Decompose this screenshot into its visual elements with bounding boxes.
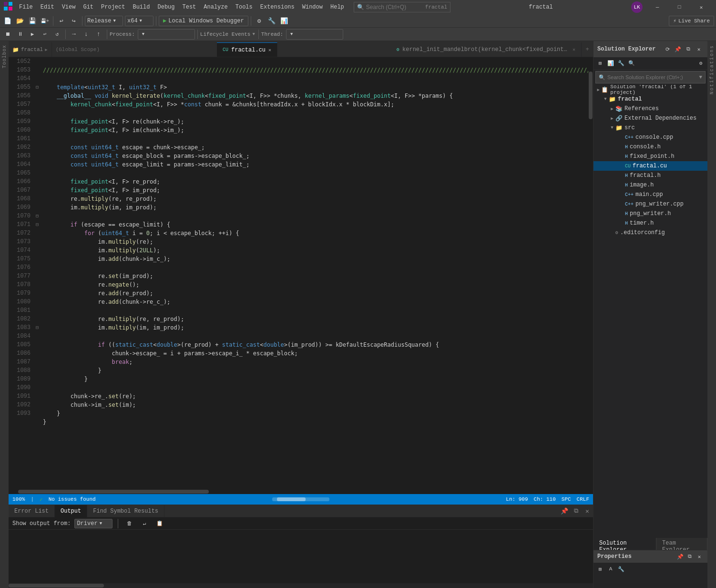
prop-grid-icon[interactable]: ⊞ bbox=[595, 564, 605, 574]
tb-icon1[interactable]: ⚙ bbox=[254, 16, 265, 26]
tree-console-h[interactable]: H console.h bbox=[593, 142, 707, 152]
code-editor[interactable]: ////////////////////////////////////////… bbox=[41, 57, 588, 489]
menu-extensions[interactable]: Extensions bbox=[256, 2, 298, 12]
se-tb-icon3[interactable]: 🔧 bbox=[616, 59, 626, 68]
se-close-button[interactable]: ✕ bbox=[694, 44, 704, 54]
menu-view[interactable]: View bbox=[58, 2, 80, 12]
new-tab-button[interactable]: + bbox=[582, 42, 593, 57]
prop-float-button[interactable]: ⧉ bbox=[685, 552, 694, 561]
tree-main-cpp[interactable]: C++ main.cpp bbox=[593, 190, 707, 199]
thread-dropdown[interactable]: ▼ bbox=[286, 29, 343, 40]
menu-edit[interactable]: Edit bbox=[37, 2, 58, 12]
tb-icon3[interactable]: 📊 bbox=[278, 16, 290, 26]
menu-git[interactable]: Git bbox=[79, 2, 97, 12]
se-sync-button[interactable]: ⟳ bbox=[663, 44, 672, 54]
tab-close-icon[interactable]: ✕ bbox=[268, 47, 271, 53]
tree-src-folder[interactable]: ▼ 📁 src bbox=[593, 123, 707, 133]
platform-dropdown[interactable]: x64 ▼ bbox=[125, 16, 153, 26]
tb-icon2[interactable]: 🔧 bbox=[266, 16, 277, 26]
output-source-dropdown[interactable]: Driver ▼ bbox=[74, 519, 113, 528]
debug-icon1[interactable]: ⏹ bbox=[2, 29, 13, 40]
no-issues-text[interactable]: No issues found bbox=[49, 496, 96, 502]
horizontal-scrollbar[interactable] bbox=[9, 489, 593, 494]
menu-project[interactable]: Project bbox=[97, 2, 129, 12]
tab-kernel[interactable]: ⚙ kernel_init_mandelbrot(kernel_chunk<fi… bbox=[391, 42, 582, 57]
tree-png-writer-h[interactable]: H png_writer.h bbox=[593, 209, 707, 218]
se-pin-button[interactable]: 📌 bbox=[673, 44, 683, 54]
minimize-button[interactable]: — bbox=[646, 0, 668, 14]
tree-fractal-h[interactable]: H fractal.h bbox=[593, 171, 707, 180]
vertical-scrollbar[interactable] bbox=[588, 57, 593, 489]
menu-analyze[interactable]: Analyze bbox=[200, 2, 231, 12]
tree-references[interactable]: ▶ 📚 References bbox=[593, 104, 707, 113]
tree-external-deps[interactable]: ▶ 🔗 External Dependencies bbox=[593, 113, 707, 123]
se-tb-icon5[interactable]: ⚙ bbox=[696, 59, 706, 68]
tab-solution-explorer[interactable]: Solution Explorer bbox=[593, 538, 656, 550]
fold-1084[interactable]: ⊟ bbox=[33, 323, 41, 332]
menu-tools[interactable]: Tools bbox=[232, 2, 256, 12]
tree-console-cpp[interactable]: C++ console.cpp bbox=[593, 133, 707, 142]
se-tb-icon4[interactable]: 🔍 bbox=[627, 59, 636, 68]
tree-fractal-cu[interactable]: CU fractal.cu bbox=[593, 161, 707, 171]
start-debug-button[interactable]: ▶ Local Windows Debugger bbox=[159, 16, 248, 26]
tree-solution[interactable]: ▶ 📋 Solution 'fractal' (1 of 1 project) bbox=[593, 85, 707, 94]
debug-icon6[interactable]: → bbox=[68, 29, 80, 40]
menu-build[interactable]: Build bbox=[129, 2, 153, 12]
save-icon[interactable]: 💾 bbox=[27, 16, 38, 26]
prop-wrench-icon[interactable]: 🔧 bbox=[616, 564, 626, 574]
tab-team-explorer[interactable]: Team Explorer bbox=[656, 538, 707, 550]
tree-timer-h[interactable]: H timer.h bbox=[593, 218, 707, 228]
tree-image-h[interactable]: H image.h bbox=[593, 180, 707, 190]
zoom-level[interactable]: 100% bbox=[12, 496, 25, 502]
clear-output-button[interactable]: 🗑 bbox=[123, 518, 135, 529]
prop-alpha-icon[interactable]: A bbox=[606, 564, 615, 574]
debug-icon4[interactable]: ↩ bbox=[39, 29, 51, 40]
line-endings-indicator[interactable]: CRLF bbox=[577, 496, 589, 502]
cursor-position-ln[interactable]: Ln: 909 bbox=[506, 496, 528, 502]
tab2-close-icon[interactable]: ✕ bbox=[573, 47, 575, 52]
tab-find-symbol[interactable]: Find Symbol Results bbox=[87, 505, 164, 517]
output-hscroll[interactable] bbox=[9, 583, 593, 588]
tree-fixed-point-h[interactable]: H fixed_point.h bbox=[593, 152, 707, 161]
debug-icon8[interactable]: ↑ bbox=[93, 29, 104, 40]
tree-editorconfig[interactable]: ⚙ .editorconfig bbox=[593, 228, 707, 237]
close-button[interactable]: ✕ bbox=[690, 0, 712, 14]
h-scroll-thumb[interactable] bbox=[18, 490, 209, 494]
tab-fractal-cu[interactable]: CU fractal.cu ✕ bbox=[217, 42, 277, 57]
scroll-thumb[interactable] bbox=[589, 72, 593, 119]
prop-pin-button[interactable]: 📌 bbox=[676, 552, 685, 561]
search-input[interactable]: Search (Ctrl+Q) bbox=[366, 4, 423, 10]
new-project-icon[interactable]: 📄 bbox=[2, 16, 13, 26]
fold-1055[interactable]: ⊟ bbox=[33, 83, 41, 92]
redo-icon[interactable]: ↪ bbox=[68, 16, 80, 26]
output-float-button[interactable]: ⧉ bbox=[570, 506, 582, 516]
prop-close-button[interactable]: ✕ bbox=[695, 552, 704, 561]
se-float-button[interactable]: ⧉ bbox=[684, 44, 693, 54]
tree-png-writer-cpp[interactable]: C++ png_writer.cpp bbox=[593, 199, 707, 209]
se-search-options-icon[interactable]: ▼ bbox=[699, 74, 702, 80]
configuration-dropdown[interactable]: Release ▼ bbox=[85, 16, 123, 26]
undo-icon[interactable]: ↩ bbox=[56, 16, 67, 26]
live-share-button[interactable]: ⚡ Live Share bbox=[669, 16, 714, 26]
se-tb-icon1[interactable]: ⊞ bbox=[595, 59, 605, 68]
word-wrap-button[interactable]: ↵ bbox=[139, 518, 150, 529]
spaces-indicator[interactable]: SPC bbox=[562, 496, 571, 502]
tab-output[interactable]: Output bbox=[55, 505, 87, 517]
fold-1070[interactable]: ⊟ bbox=[33, 212, 41, 220]
copy-output-button[interactable]: 📋 bbox=[154, 518, 165, 529]
output-pin-button[interactable]: 📌 bbox=[559, 506, 570, 516]
se-search-input[interactable] bbox=[607, 74, 697, 80]
debug-icon5[interactable]: ↺ bbox=[51, 29, 63, 40]
se-tb-icon2[interactable]: 📊 bbox=[606, 59, 615, 68]
menu-window[interactable]: Window bbox=[298, 2, 327, 12]
fold-1071[interactable]: ⊟ bbox=[33, 220, 41, 229]
menu-test[interactable]: Test bbox=[179, 2, 200, 12]
open-icon[interactable]: 📂 bbox=[14, 16, 26, 26]
save-all-icon[interactable]: 💾+ bbox=[39, 16, 51, 26]
debug-icon3[interactable]: ▶ bbox=[27, 29, 38, 40]
project-tab[interactable]: 📁 fractal ▶ bbox=[9, 42, 52, 57]
menu-file[interactable]: File bbox=[15, 2, 37, 12]
menu-help[interactable]: Help bbox=[327, 2, 348, 12]
tab-error-list[interactable]: Error List bbox=[9, 505, 55, 517]
maximize-button[interactable]: □ bbox=[668, 0, 690, 14]
